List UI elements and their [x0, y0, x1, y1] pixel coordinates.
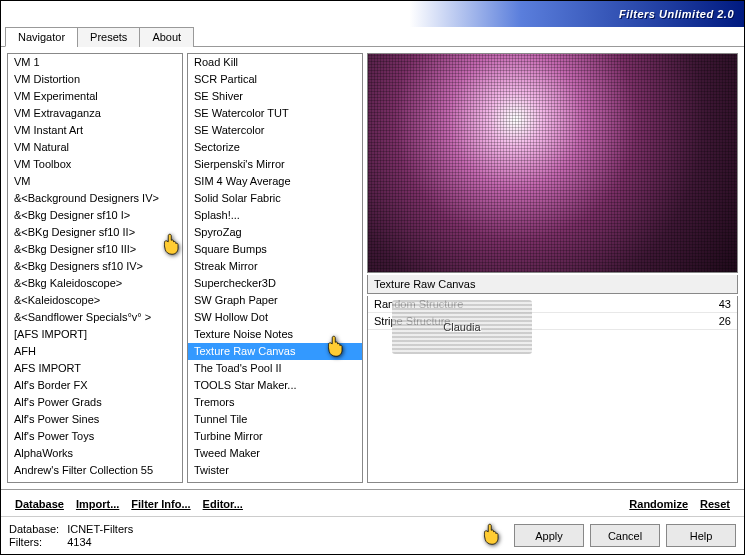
param-name: Stripe Structure [374, 315, 450, 327]
list-item[interactable]: Tweed Maker [188, 445, 362, 462]
filter-info-link[interactable]: Filter Info... [125, 496, 196, 512]
list-item[interactable]: VM Experimental [8, 88, 182, 105]
list-item[interactable]: Square Bumps [188, 241, 362, 258]
list-item[interactable]: VM [8, 173, 182, 190]
filter-scroll[interactable]: Road KillSCR ParticalSE ShiverSE Waterco… [188, 54, 362, 482]
parameters-list[interactable]: Random Structure43Stripe Structure26 [367, 296, 738, 483]
list-item[interactable]: Texture Raw Canvas [188, 343, 362, 360]
reset-link[interactable]: Reset [694, 496, 736, 512]
main-area: VM 1VM DistortionVM ExperimentalVM Extra… [1, 47, 744, 489]
apply-button[interactable]: Apply [514, 524, 584, 547]
category-scroll[interactable]: VM 1VM DistortionVM ExperimentalVM Extra… [8, 54, 182, 482]
list-item[interactable]: The Toad's Pool II [188, 360, 362, 377]
list-item[interactable]: [AFS IMPORT] [8, 326, 182, 343]
list-item[interactable]: SW Graph Paper [188, 292, 362, 309]
list-item[interactable]: Sectorize [188, 139, 362, 156]
list-item[interactable]: Twister [188, 462, 362, 479]
link-row: Database Import... Filter Info... Editor… [1, 489, 744, 516]
list-item[interactable]: Alf's Power Grads [8, 394, 182, 411]
filter-list[interactable]: Road KillSCR ParticalSE ShiverSE Waterco… [187, 53, 363, 483]
list-item[interactable]: Solid Solar Fabric [188, 190, 362, 207]
list-item[interactable]: SCR Partical [188, 71, 362, 88]
list-item[interactable]: SE Shiver [188, 88, 362, 105]
param-value: 43 [719, 298, 731, 310]
list-item[interactable]: SpyroZag [188, 224, 362, 241]
list-item[interactable]: TOOLS Star Maker... [188, 377, 362, 394]
list-item[interactable]: Texture Noise Notes [188, 326, 362, 343]
list-item[interactable]: Turbine Mirror [188, 428, 362, 445]
list-item[interactable]: Tremors [188, 394, 362, 411]
tab-navigator[interactable]: Navigator [5, 27, 78, 47]
status-db-value: ICNET-Filters [67, 523, 133, 535]
list-item[interactable]: Tunnel Tile [188, 411, 362, 428]
list-item[interactable]: AFH [8, 343, 182, 360]
list-item[interactable]: AlphaWorks [8, 445, 182, 462]
app-title: Filters Unlimited 2.0 [619, 8, 734, 20]
status-filters-value: 4134 [67, 536, 133, 548]
category-list[interactable]: VM 1VM DistortionVM ExperimentalVM Extra… [7, 53, 183, 483]
list-item[interactable]: Andrew's Filter Collection 55 [8, 462, 182, 479]
database-link[interactable]: Database [9, 496, 70, 512]
list-item[interactable]: &<Background Designers IV> [8, 190, 182, 207]
list-item[interactable]: SIM 4 Way Average [188, 173, 362, 190]
help-button[interactable]: Help [666, 524, 736, 547]
list-item[interactable]: &<BKg Designer sf10 II> [8, 224, 182, 241]
tab-presets[interactable]: Presets [77, 27, 140, 47]
randomize-link[interactable]: Randomize [623, 496, 694, 512]
preview-panel: Texture Raw Canvas Random Structure43Str… [367, 53, 738, 483]
list-item[interactable]: &<Bkg Designer sf10 III> [8, 241, 182, 258]
list-item[interactable]: VM Toolbox [8, 156, 182, 173]
list-item[interactable]: &<Bkg Kaleidoscope> [8, 275, 182, 292]
list-item[interactable]: VM Natural [8, 139, 182, 156]
footer: Database: ICNET-Filters Filters: 4134 Ap… [1, 516, 744, 554]
preset-name: Texture Raw Canvas [367, 275, 738, 294]
list-item[interactable]: VM Instant Art [8, 122, 182, 139]
list-item[interactable]: Road Kill [188, 54, 362, 71]
status-block: Database: ICNET-Filters Filters: 4134 [9, 523, 133, 548]
list-item[interactable]: &<Kaleidoscope> [8, 292, 182, 309]
filter-preview [367, 53, 738, 273]
param-row[interactable]: Stripe Structure26 [368, 313, 737, 330]
list-item[interactable]: Streak Mirror [188, 258, 362, 275]
list-item[interactable]: SW Hollow Dot [188, 309, 362, 326]
list-item[interactable]: Sierpenski's Mirror [188, 156, 362, 173]
list-item[interactable]: &<Bkg Designers sf10 IV> [8, 258, 182, 275]
status-db-label: Database: [9, 523, 61, 535]
list-item[interactable]: AFS IMPORT [8, 360, 182, 377]
list-item[interactable]: VM 1 [8, 54, 182, 71]
param-name: Random Structure [374, 298, 463, 310]
list-item[interactable]: Splash!... [188, 207, 362, 224]
list-item[interactable]: Superchecker3D [188, 275, 362, 292]
list-item[interactable]: Alf's Power Sines [8, 411, 182, 428]
editor-link[interactable]: Editor... [197, 496, 249, 512]
param-row[interactable]: Random Structure43 [368, 296, 737, 313]
list-item[interactable]: VM Distortion [8, 71, 182, 88]
title-bar: Filters Unlimited 2.0 [1, 1, 744, 27]
list-item[interactable]: SE Watercolor TUT [188, 105, 362, 122]
cancel-button[interactable]: Cancel [590, 524, 660, 547]
list-item[interactable]: &<Sandflower Specials°v° > [8, 309, 182, 326]
list-item[interactable]: &<Bkg Designer sf10 I> [8, 207, 182, 224]
tabs-row: Navigator Presets About [1, 26, 744, 47]
list-item[interactable]: VM Extravaganza [8, 105, 182, 122]
param-value: 26 [719, 315, 731, 327]
list-item[interactable]: SE Watercolor [188, 122, 362, 139]
status-filters-label: Filters: [9, 536, 61, 548]
list-item[interactable]: Alf's Border FX [8, 377, 182, 394]
link-spacer [249, 496, 623, 512]
tab-about[interactable]: About [139, 27, 194, 47]
list-item[interactable]: Alf's Power Toys [8, 428, 182, 445]
pointer-hand-icon [478, 522, 506, 546]
import-link[interactable]: Import... [70, 496, 125, 512]
